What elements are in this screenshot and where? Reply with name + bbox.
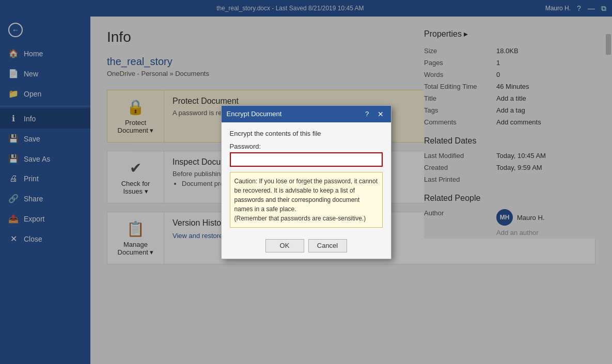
modal-password-label: Password: bbox=[230, 143, 383, 150]
modal-body: Encrypt the contents of this file Passwo… bbox=[222, 122, 391, 235]
modal-titlebar-controls: ? ✕ bbox=[362, 109, 386, 119]
modal-password-input[interactable] bbox=[230, 152, 383, 167]
modal-help-button[interactable]: ? bbox=[362, 109, 372, 119]
modal-title: Encrypt Document bbox=[227, 110, 282, 118]
modal-cancel-button[interactable]: Cancel bbox=[308, 239, 347, 252]
encrypt-document-modal: Encrypt Document ? ✕ Encrypt the content… bbox=[221, 105, 391, 259]
modal-warning: Caution: If you lose or forget the passw… bbox=[230, 172, 383, 228]
modal-subtitle: Encrypt the contents of this file bbox=[230, 130, 383, 137]
modal-titlebar: Encrypt Document ? ✕ bbox=[222, 106, 391, 122]
modal-warning-text: Caution: If you lose or forget the passw… bbox=[234, 178, 378, 213]
modal-ok-button[interactable]: OK bbox=[265, 239, 304, 252]
modal-warning-note: (Remember that passwords are case-sensit… bbox=[234, 215, 366, 222]
modal-footer: OK Cancel bbox=[222, 235, 391, 259]
modal-overlay: Encrypt Document ? ✕ Encrypt the content… bbox=[0, 0, 612, 364]
modal-close-button[interactable]: ✕ bbox=[375, 109, 386, 119]
